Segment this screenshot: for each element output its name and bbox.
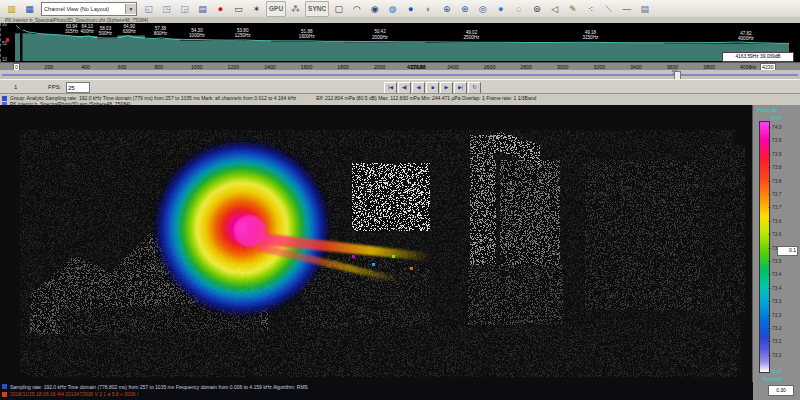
pencil-icon[interactable]: ✎ — [564, 1, 581, 17]
clone-view-button[interactable]: ◳ — [158, 1, 175, 17]
globe-search-icon[interactable]: ◎ — [474, 1, 491, 17]
channel-view-dropdown-value: Channel View (No Layout) — [42, 6, 125, 12]
toolbar-left-group: ▥▦ — [3, 1, 38, 17]
run-button[interactable]: ✶ — [248, 1, 265, 17]
circle-dashed-icon[interactable]: ◌ — [510, 1, 527, 17]
color-scale-tick: – 73.8 — [768, 179, 781, 184]
status-warning-icon — [2, 392, 7, 397]
status-info-icon — [2, 384, 7, 389]
target-icon[interactable]: ⊚ — [528, 1, 545, 17]
timeline-slider[interactable]: 57 — [0, 70, 800, 79]
properties-icon[interactable]: ▤ — [636, 1, 653, 17]
color-scale-tick: – 73.6 — [768, 232, 781, 237]
color-scale-tick: – 73.9 — [768, 152, 781, 157]
save-button[interactable]: ▦ — [21, 1, 38, 17]
cursor-tooltip: 4163.59Hz 39.039dB — [722, 52, 794, 62]
color-scale-tick: – 73.5 — [768, 259, 781, 264]
color-scale-tick: – 73.2 — [768, 339, 781, 344]
sphere-select-icon[interactable]: ● — [492, 1, 509, 17]
spectrum-plot[interactable]: 905010 — [0, 23, 800, 62]
transport-row: 1 FPS: |◀◀|◀■▶▶|↻ — [0, 79, 800, 94]
color-scale-tick: – 74.0 — [768, 125, 781, 130]
fps-input[interactable] — [66, 82, 90, 93]
frame-button[interactable]: ▭ — [230, 1, 247, 17]
edit-view-button[interactable]: ◲ — [176, 1, 193, 17]
color-scale-tick: – 73.4 — [768, 272, 781, 277]
color-scale-tick: – 73.6 — [768, 219, 781, 224]
status-bar: Sampling rate: 192.0 kHz Time domain (77… — [0, 382, 753, 400]
record-button[interactable]: ● — [212, 1, 229, 17]
network-button[interactable]: ⁂ — [287, 1, 304, 17]
color-scale-tick: – 73.2 — [768, 353, 781, 358]
new-view-button[interactable]: ◱ — [140, 1, 157, 17]
y-tick-label: 90 — [2, 23, 8, 27]
band-levels-area — [15, 33, 789, 61]
globe-grid-icon[interactable]: ⊕ — [438, 1, 455, 17]
spectrum-svg: 905010 — [1, 23, 800, 62]
points-tool-icon[interactable]: ⁖ — [582, 1, 599, 17]
pointcloud-viewport[interactable] — [0, 105, 800, 382]
scale-step-input[interactable]: 0.1 — [777, 246, 798, 256]
print-button[interactable]: ▤ — [194, 1, 211, 17]
app-window: ▥▦ Channel View (No Layout) ▼ ◱◳◲▤●▭✶GPU… — [0, 0, 800, 400]
screwdriver-icon[interactable]: ⟍ — [600, 1, 617, 17]
chevron-down-icon[interactable]: ▼ — [125, 4, 136, 14]
color-scale-panel: Pmax dB 74.07 – 74.0– 73.9– 73.9– 73.8– … — [752, 105, 800, 400]
spectrum-cursor[interactable] — [20, 24, 23, 61]
curve-button[interactable]: ◠ — [348, 1, 365, 17]
color-scale-tick: – 73.3 — [768, 313, 781, 318]
color-scale-tick: – 73.2 — [768, 326, 781, 331]
pointcloud-scene — [0, 105, 753, 382]
channel-view-dropdown[interactable]: Channel View (No Layout) ▼ — [41, 2, 137, 16]
color-scale-min: 73.17 — [770, 368, 783, 374]
color-scale-tick: – 73.4 — [768, 286, 781, 291]
info-button[interactable]: ◉ — [366, 1, 383, 17]
color-scale-tick: – 73.9 — [768, 138, 781, 143]
color-scale-tick: – 73.3 — [768, 299, 781, 304]
sphere-gray-icon[interactable]: ◐ — [420, 1, 437, 17]
status-line-2: 2018/11/25 18:26:16 4/4 2013472936 V 2 1… — [10, 391, 138, 397]
threshold-label: Threshold — [762, 377, 782, 382]
sphere-blue-icon[interactable]: ● — [402, 1, 419, 17]
color-scale-header: Pmax dB — [757, 107, 777, 113]
frame-counter: 1 — [14, 84, 17, 90]
threshold-input[interactable]: 0.30 — [768, 385, 794, 396]
sync-button[interactable]: SYNC — [305, 1, 329, 17]
main-toolbar: ▥▦ Channel View (No Layout) ▼ ◱◳◲▤●▭✶GPU… — [0, 0, 800, 18]
globe-icon[interactable]: ◍ — [384, 1, 401, 17]
group-icon — [2, 96, 7, 101]
toolbar-right-group: ◱◳◲▤●▭✶GPU⁂SYNC▢◠◉◍●◐⊕⊛◎●◌⊚◁✎⁖⟍—▤ — [140, 1, 653, 17]
line-tool-icon[interactable]: — — [618, 1, 635, 17]
color-scale-tick: – 73.8 — [768, 165, 781, 170]
fps-label: FPS: — [48, 84, 61, 90]
open-button[interactable]: ▥ — [3, 1, 20, 17]
color-scale-tick: – 73.7 — [768, 192, 781, 197]
status-line-1: Sampling rate: 192.0 kHz Time domain (77… — [10, 384, 308, 390]
marker-icon — [6, 38, 9, 42]
color-scale-max: 74.07 — [770, 115, 783, 121]
single-frame-button[interactable]: ▢ — [330, 1, 347, 17]
globe-mesh-icon[interactable]: ⊛ — [456, 1, 473, 17]
color-scale-tick: – 73.7 — [768, 205, 781, 210]
gpu-button[interactable]: GPU — [266, 1, 286, 17]
speaker-icon[interactable]: ◁ — [546, 1, 563, 17]
